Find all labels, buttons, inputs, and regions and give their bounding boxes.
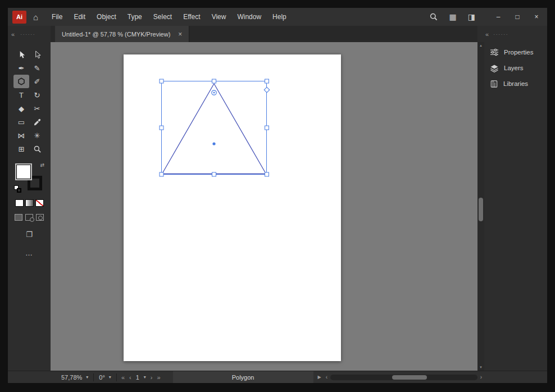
minimize-button[interactable]: –	[494, 13, 502, 21]
home-icon[interactable]: ⌂	[33, 12, 38, 22]
swap-fill-stroke-icon[interactable]: ⇄	[40, 162, 44, 168]
app-logo[interactable]: Ai	[12, 11, 26, 24]
color-button[interactable]	[15, 199, 24, 207]
curvature-tool[interactable]: ✎	[29, 61, 45, 75]
polygon-shape[interactable]	[162, 84, 266, 174]
zoom-value: 57,78%	[61, 374, 82, 381]
toolbar-collapse-icon[interactable]: «	[11, 31, 15, 38]
draw-inside-button[interactable]	[36, 214, 44, 221]
eraser-tool[interactable]: ◆	[13, 102, 29, 115]
artboard-tool[interactable]: ⊞	[13, 142, 29, 156]
handle-top-center[interactable]	[212, 79, 216, 83]
width-tool[interactable]: ⋈	[13, 129, 29, 142]
properties-panel-label: Properties	[504, 49, 533, 56]
horizontal-scrollbar[interactable]: ‹ ›	[326, 374, 482, 380]
chevron-down-icon[interactable]: ▾	[144, 375, 146, 380]
library-icon	[490, 80, 498, 88]
search-icon[interactable]	[429, 12, 438, 21]
document-tab[interactable]: Untitled-1* @ 57,78 % (CMYK/Preview) ×	[55, 26, 189, 42]
draw-behind-button[interactable]	[25, 214, 33, 221]
zoom-tool[interactable]	[29, 142, 45, 156]
paintbrush-tool-icon: ✐	[34, 78, 40, 86]
menu-bar: Ai ⌂ File Edit Object Type Select Effect…	[8, 8, 547, 26]
first-artboard-button[interactable]: «	[121, 374, 125, 381]
draw-normal-button[interactable]	[15, 214, 22, 221]
menu-select[interactable]: Select	[148, 8, 178, 26]
curvature-tool-icon: ✎	[34, 64, 40, 72]
horizontal-scrollbar-track[interactable]	[330, 375, 477, 380]
libraries-panel-button[interactable]: Libraries	[484, 76, 547, 92]
handle-top-right[interactable]	[265, 79, 269, 83]
restore-button[interactable]: □	[513, 13, 521, 21]
tab-close-icon[interactable]: ×	[178, 30, 182, 38]
arrange-documents-icon[interactable]: ◨	[468, 12, 475, 21]
handle-mid-left[interactable]	[160, 126, 163, 130]
last-artboard-button[interactable]: »	[157, 374, 160, 381]
close-button[interactable]: ×	[533, 13, 540, 21]
type-tool-icon: T	[19, 91, 24, 99]
tab-strip: « ∙∙∙∙∙∙ Untitled-1* @ 57,78 % (CMYK/Pre…	[8, 26, 547, 42]
direct-selection-tool[interactable]	[29, 48, 45, 61]
paintbrush-tool[interactable]: ✐	[29, 75, 45, 88]
scissors-tool-icon: ✂	[34, 104, 40, 113]
canvas[interactable]	[51, 42, 477, 371]
symbol-sprayer-tool[interactable]: ✳	[29, 129, 45, 142]
properties-panel-button[interactable]: Properties	[484, 44, 547, 60]
none-button[interactable]	[35, 199, 44, 207]
scroll-left-icon[interactable]: ‹	[326, 374, 327, 380]
menu-type[interactable]: Type	[122, 8, 148, 26]
pen-tool[interactable]: ✒	[13, 61, 29, 75]
scissors-tool[interactable]: ✂	[29, 102, 45, 115]
panel-dock: Properties Layers Libraries	[484, 42, 547, 371]
next-artboard-button[interactable]: ›	[151, 374, 153, 381]
draw-mode-buttons	[15, 214, 44, 221]
menu-object[interactable]: Object	[91, 8, 122, 26]
toolbar-header: « ∙∙∙∙∙∙	[8, 26, 51, 42]
previous-artboard-button[interactable]: ‹	[129, 374, 131, 381]
scroll-up-icon[interactable]: ▴	[480, 43, 482, 48]
corner-radius-widget-dot	[213, 92, 215, 94]
scroll-down-icon[interactable]: ▾	[480, 365, 482, 370]
vertical-scrollbar-thumb[interactable]	[479, 198, 483, 221]
panel-collapse-icon[interactable]: «	[485, 31, 489, 38]
gradient-button[interactable]	[25, 199, 34, 207]
menu-effect[interactable]: Effect	[178, 8, 206, 26]
menu-window[interactable]: Window	[231, 8, 267, 26]
polygon-sides-widget[interactable]	[264, 87, 270, 93]
eyedropper-tool[interactable]	[29, 115, 45, 129]
handle-bottom-left[interactable]	[160, 172, 163, 176]
handle-top-left[interactable]	[160, 79, 163, 83]
menu-help[interactable]: Help	[267, 8, 292, 26]
panel-grip[interactable]: ∙∙∙∙∙∙	[493, 31, 508, 37]
vertical-scrollbar[interactable]: ▴ ▾	[477, 42, 484, 371]
menu-edit[interactable]: Edit	[68, 8, 91, 26]
center-point[interactable]	[212, 142, 215, 145]
handle-bottom-center[interactable]	[212, 172, 216, 176]
chevron-down-icon: ▾	[109, 375, 111, 380]
menu-file[interactable]: File	[46, 8, 68, 26]
rotation-dropdown[interactable]: 0° ▾	[94, 371, 116, 383]
layers-panel-button[interactable]: Layers	[484, 60, 547, 76]
rotate-tool[interactable]: ↻	[29, 88, 45, 102]
fill-swatch[interactable]	[16, 165, 31, 179]
selection-overlay	[51, 42, 477, 371]
direct-selection-tool-icon	[33, 51, 42, 59]
zoom-dropdown[interactable]: 57,78% ▾	[56, 371, 93, 383]
handle-mid-right[interactable]	[265, 126, 269, 130]
status-options-icon[interactable]: ▶	[318, 375, 321, 380]
workspace-switcher-icon[interactable]: ▦	[449, 12, 457, 21]
menu-view[interactable]: View	[206, 8, 232, 26]
selection-tool[interactable]	[13, 48, 29, 61]
handle-bottom-right[interactable]	[265, 172, 269, 176]
edit-toolbar-button[interactable]: …	[25, 249, 33, 257]
tools-panel: ✒ ✎ ✐ T ↻ ◆	[8, 42, 51, 371]
rectangle-tool[interactable]: ▭	[13, 115, 29, 129]
artboard-number[interactable]: 1	[136, 374, 139, 381]
default-fill-stroke-icon[interactable]	[14, 185, 21, 193]
toolbar-grip[interactable]: ∙∙∙∙∙∙	[20, 31, 35, 37]
polygon-tool[interactable]	[13, 75, 29, 88]
type-tool[interactable]: T	[13, 88, 29, 102]
scroll-right-icon[interactable]: ›	[480, 374, 482, 380]
horizontal-scrollbar-thumb[interactable]	[392, 375, 427, 380]
screen-mode-button[interactable]: ❐	[26, 230, 33, 239]
